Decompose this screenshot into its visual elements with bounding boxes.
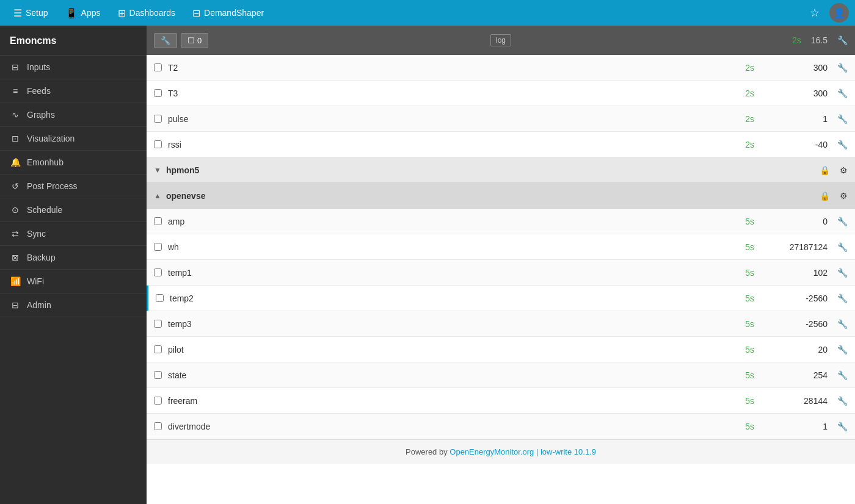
row-name-temp1: temp1: [168, 268, 736, 278]
sidebar-item-inputs[interactable]: ⊟ Inputs: [0, 56, 147, 79]
toolbar-wrench-icon[interactable]: 🔧: [837, 35, 848, 45]
nav-demandshaper[interactable]: ⊟ DemandShaper: [185, 4, 271, 23]
row-checkbox-wh[interactable]: [154, 243, 162, 251]
sidebar-item-graphs-label: Graphs: [27, 110, 55, 120]
group-header-hpmon5[interactable]: ▼ hpmon5 🔒 ⚙: [147, 157, 855, 183]
row-checkbox-freeram[interactable]: [154, 397, 162, 405]
sidebar-item-admin[interactable]: ⊟ Admin: [0, 293, 147, 317]
row-checkbox-t2[interactable]: [154, 63, 162, 71]
row-wrench-pulse[interactable]: 🔧: [837, 114, 848, 124]
row-wrench-temp1[interactable]: 🔧: [837, 268, 848, 278]
gear-icon-hpmon5[interactable]: ⚙: [840, 165, 848, 175]
sidebar-item-visualization[interactable]: ⊡ Visualization: [0, 127, 147, 151]
row-wrench-freeram[interactable]: 🔧: [837, 396, 848, 406]
row-wrench-amp[interactable]: 🔧: [837, 217, 848, 226]
row-checkbox-temp2[interactable]: [156, 294, 164, 302]
nav-demandshaper-label: DemandShaper: [204, 8, 264, 18]
row-interval-pulse: 2s: [736, 114, 754, 124]
sidebar-item-graphs[interactable]: ∿ Graphs: [0, 103, 147, 127]
row-value-freeram: 28144: [766, 396, 828, 406]
graphs-icon: ∿: [10, 110, 21, 120]
sidebar-item-post-process[interactable]: ↺ Post Process: [0, 175, 147, 198]
row-value-amp: 0: [766, 217, 828, 226]
row-wrench-wh[interactable]: 🔧: [837, 242, 848, 252]
row-interval-divertmode: 5s: [736, 422, 754, 431]
row-wrench-divertmode[interactable]: 🔧: [837, 422, 848, 431]
nav-setup-label: Setup: [26, 8, 48, 18]
row-name-amp: amp: [168, 217, 736, 226]
group-name-hpmon5: hpmon5: [166, 165, 820, 175]
sidebar-item-feeds-label: Feeds: [27, 86, 51, 96]
nav-right-actions: ☆ 👤: [805, 3, 849, 23]
row-wrench-temp3[interactable]: 🔧: [837, 319, 848, 329]
row-checkbox-state[interactable]: [154, 371, 162, 379]
sidebar-item-backup-label: Backup: [27, 253, 56, 262]
inputs-icon: ⊟: [10, 62, 21, 72]
table-row: divertmode 5s 1 🔧: [147, 414, 855, 439]
row-checkbox-pilot[interactable]: [154, 345, 162, 353]
table-row: rssi 2s -40 🔧: [147, 132, 855, 157]
row-interval-t2: 2s: [736, 63, 754, 73]
row-checkbox-temp3[interactable]: [154, 320, 162, 328]
row-value-pulse: 1: [766, 114, 828, 124]
row-checkbox-amp[interactable]: [154, 217, 162, 225]
row-wrench-t3[interactable]: 🔧: [837, 88, 848, 98]
favorite-button[interactable]: ☆: [805, 3, 824, 23]
user-avatar[interactable]: 👤: [829, 3, 849, 23]
row-name-pulse: pulse: [168, 114, 736, 124]
nav-dashboards-label: Dashboards: [129, 8, 176, 18]
row-value-temp2: -2560: [766, 293, 828, 303]
emonhub-icon: 🔔: [10, 157, 21, 167]
row-value-state: 254: [766, 370, 828, 380]
row-interval-state: 5s: [736, 370, 754, 380]
table-row: amp 5s 0 🔧: [147, 209, 855, 234]
row-interval-rssi: 2s: [736, 140, 754, 149]
row-checkbox-divertmode[interactable]: [154, 422, 162, 430]
wrench-button[interactable]: 🔧: [154, 33, 177, 48]
sidebar-item-wifi[interactable]: 📶 WiFi: [0, 270, 147, 293]
nav-apps[interactable]: 📱 Apps: [58, 4, 108, 23]
row-wrench-state[interactable]: 🔧: [837, 370, 848, 380]
lock-icon-openevse: 🔒: [820, 191, 830, 201]
row-interval-temp1: 5s: [736, 268, 754, 278]
sidebar-title: Emoncms: [0, 26, 147, 56]
row-checkbox-t3[interactable]: [154, 89, 162, 97]
sidebar-item-schedule[interactable]: ⊙ Schedule: [0, 198, 147, 222]
sidebar-item-post-process-label: Post Process: [27, 181, 77, 191]
row-checkbox-temp1[interactable]: [154, 268, 162, 276]
sidebar-item-admin-label: Admin: [27, 300, 51, 310]
main-content: 🔧 ☐ 0 log 2s 16.5 🔧 T2 2s 300 🔧 T3 2s: [147, 26, 855, 504]
row-name-temp2: temp2: [170, 293, 736, 303]
sidebar-item-backup[interactable]: ⊠ Backup: [0, 246, 147, 270]
row-value-temp3: -2560: [766, 319, 828, 329]
table-row: pilot 5s 20 🔧: [147, 337, 855, 362]
dashboards-icon: ⊞: [118, 7, 126, 19]
row-checkbox-rssi[interactable]: [154, 140, 162, 148]
nav-setup[interactable]: ☰ Setup: [6, 4, 56, 23]
sidebar-item-sync-label: Sync: [27, 229, 46, 239]
chevron-up-icon: ▲: [154, 192, 161, 200]
row-checkbox-pulse[interactable]: [154, 115, 162, 123]
sidebar-item-feeds[interactable]: ≡ Feeds: [0, 79, 147, 103]
group-name-openevse: openevse: [166, 191, 820, 201]
row-value-t2: 300: [766, 63, 828, 73]
schedule-icon: ⊙: [10, 205, 21, 215]
row-wrench-t2[interactable]: 🔧: [837, 63, 848, 73]
table-row: pulse 2s 1 🔧: [147, 106, 855, 132]
footer-link[interactable]: OpenEnergyMonitor.org | low-write 10.1.9: [449, 447, 596, 456]
row-wrench-rssi[interactable]: 🔧: [837, 140, 848, 149]
group-header-openevse[interactable]: ▲ openevse 🔒 ⚙: [147, 183, 855, 209]
row-name-t2: T2: [168, 63, 736, 73]
row-name-state: state: [168, 370, 736, 380]
row-interval-pilot: 5s: [736, 345, 754, 355]
row-wrench-pilot[interactable]: 🔧: [837, 345, 848, 355]
nav-dashboards[interactable]: ⊞ Dashboards: [111, 4, 183, 23]
row-value-rssi: -40: [766, 140, 828, 149]
sidebar-item-emonhub[interactable]: 🔔 Emonhub: [0, 151, 147, 175]
row-wrench-temp2[interactable]: 🔧: [837, 293, 848, 303]
gear-icon-openevse[interactable]: ⚙: [840, 191, 848, 201]
row-value-divertmode: 1: [766, 422, 828, 431]
box-count-button[interactable]: ☐ 0: [181, 33, 208, 48]
admin-icon: ⊟: [10, 300, 21, 310]
sidebar-item-sync[interactable]: ⇄ Sync: [0, 222, 147, 246]
